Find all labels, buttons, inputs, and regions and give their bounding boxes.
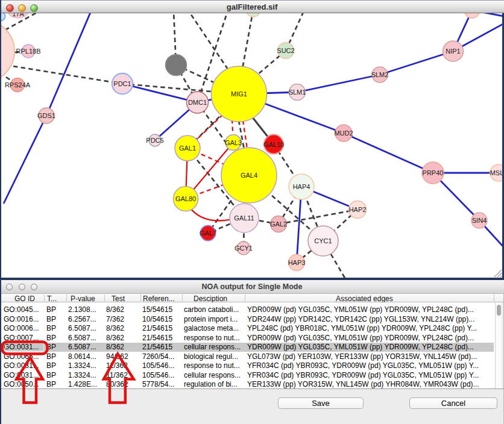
svg-text:SLM1: SLM1 (289, 89, 306, 96)
svg-text:GAL1: GAL1 (179, 145, 196, 152)
svg-text:GAL80: GAL80 (175, 195, 196, 202)
svg-text:SLM2: SLM2 (371, 71, 389, 78)
svg-text:GCY1: GCY1 (235, 245, 253, 252)
svg-text:SIN4: SIN4 (472, 217, 487, 224)
svg-text:MUD2: MUD2 (334, 129, 353, 137)
svg-text:NIP1: NIP1 (446, 48, 460, 55)
svg-text:CYC1: CYC1 (314, 237, 332, 245)
svg-text:RPS24A: RPS24A (5, 81, 31, 89)
svg-text:GAL7: GAL7 (200, 229, 216, 237)
svg-text:RPL18B: RPL18B (16, 48, 41, 55)
svg-text:HAP2: HAP2 (349, 206, 367, 213)
svg-text:HAP3: HAP3 (288, 259, 306, 266)
svg-text:SUC2: SUC2 (277, 47, 294, 54)
svg-text:GAL11: GAL11 (234, 214, 254, 222)
svg-text:PRP40: PRP40 (423, 169, 444, 176)
svg-text:17A: 17A (12, 13, 24, 17)
svg-text:GDS1: GDS1 (37, 112, 55, 119)
svg-text:GAL4: GAL4 (241, 172, 257, 179)
svg-text:DMC1: DMC1 (188, 99, 207, 106)
svg-text:GAL10: GAL10 (263, 141, 284, 148)
svg-text:GAL2: GAL2 (270, 220, 287, 228)
svg-text:MIG1: MIG1 (231, 90, 247, 98)
svg-text:PDC1: PDC1 (113, 80, 131, 87)
svg-text:GAL3: GAL3 (225, 139, 242, 146)
svg-text:PDC5: PDC5 (146, 137, 163, 144)
svg-text:HAP4: HAP4 (293, 183, 310, 190)
